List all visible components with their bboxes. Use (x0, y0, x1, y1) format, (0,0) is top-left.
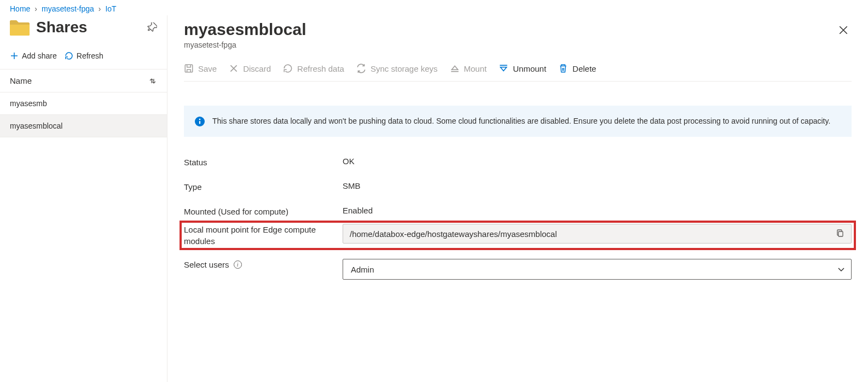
mounted-label: Mounted (Used for compute) (184, 206, 343, 217)
breadcrumb-section[interactable]: IoT (105, 4, 116, 13)
mount-label: Mount (464, 64, 487, 73)
shares-sidebar: Shares Add share Refresh Name myasesmb m… (0, 15, 167, 382)
local-mount-input: /home/databox-edge/hostgatewayshares/mya… (343, 224, 852, 244)
info-banner: This share stores data locally and won't… (184, 106, 852, 137)
unmount-label: Unmount (513, 64, 546, 73)
sort-icon (148, 77, 157, 85)
sync-icon (356, 63, 366, 73)
svg-rect-3 (199, 121, 200, 124)
name-column-header[interactable]: Name (0, 70, 167, 92)
save-button: Save (184, 63, 217, 73)
pin-icon[interactable] (147, 22, 157, 32)
breadcrumb-resource[interactable]: myasetest-fpga (42, 4, 94, 13)
shares-title: Shares (36, 19, 147, 36)
select-users-value: Admin (351, 265, 374, 274)
status-value: OK (343, 157, 852, 166)
panel-title: myasesmblocal (184, 20, 835, 39)
panel-subtitle: myasetest-fpga (184, 40, 835, 49)
refresh-data-button: Refresh data (283, 63, 344, 73)
unmount-icon (499, 63, 508, 73)
copy-button[interactable] (834, 227, 847, 241)
chevron-down-icon (837, 265, 846, 274)
select-users-dropdown[interactable]: Admin (343, 259, 852, 280)
local-mount-value: /home/databox-edge/hostgatewayshares/mya… (350, 229, 834, 239)
breadcrumb-home[interactable]: Home (10, 4, 30, 13)
share-list-item[interactable]: myasesmb (0, 92, 167, 115)
copy-icon (836, 229, 844, 238)
close-button[interactable] (835, 22, 852, 40)
info-help-icon[interactable]: i (234, 261, 242, 269)
delete-icon (558, 63, 568, 73)
sync-storage-label: Sync storage keys (371, 64, 438, 73)
name-column-label: Name (10, 76, 32, 85)
mount-icon (450, 63, 460, 73)
refresh-data-label: Refresh data (297, 64, 344, 73)
refresh-shares-button[interactable]: Refresh (65, 49, 103, 62)
unmount-button[interactable]: Unmount (499, 63, 546, 73)
share-detail-panel: myasesmblocal myasetest-fpga Save Discar… (167, 15, 868, 382)
status-label: Status (184, 157, 343, 168)
info-text: This share stores data locally and won't… (212, 115, 830, 127)
breadcrumb: Home › myasetest-fpga › IoT (0, 0, 868, 15)
type-label: Type (184, 181, 343, 193)
discard-label: Discard (243, 64, 271, 73)
save-label: Save (198, 64, 217, 73)
sync-storage-button: Sync storage keys (356, 63, 438, 73)
local-mount-label: Local mount point for Edge compute modul… (184, 224, 343, 247)
close-icon (838, 25, 848, 35)
discard-icon (229, 63, 239, 73)
info-icon (195, 117, 205, 126)
breadcrumb-sep: › (34, 4, 37, 13)
select-users-label: Select users i (184, 259, 343, 270)
svg-rect-4 (838, 231, 843, 236)
breadcrumb-sep: › (99, 4, 101, 13)
delete-button[interactable]: Delete (558, 63, 596, 73)
add-share-label: Add share (22, 51, 57, 60)
svg-point-2 (199, 119, 201, 120)
local-mount-row-highlighted: Local mount point for Edge compute modul… (181, 222, 855, 249)
svg-rect-0 (185, 65, 193, 72)
type-value: SMB (343, 181, 852, 190)
mounted-value: Enabled (343, 206, 852, 215)
refresh-shares-label: Refresh (77, 51, 103, 60)
discard-button: Discard (229, 63, 271, 73)
add-share-button[interactable]: Add share (10, 49, 57, 62)
mount-button: Mount (450, 63, 487, 73)
folder-icon (10, 19, 30, 36)
delete-label: Delete (572, 64, 596, 73)
share-list-item[interactable]: myasesmblocal (0, 115, 167, 137)
save-icon (184, 63, 194, 73)
refresh-icon (283, 63, 293, 73)
